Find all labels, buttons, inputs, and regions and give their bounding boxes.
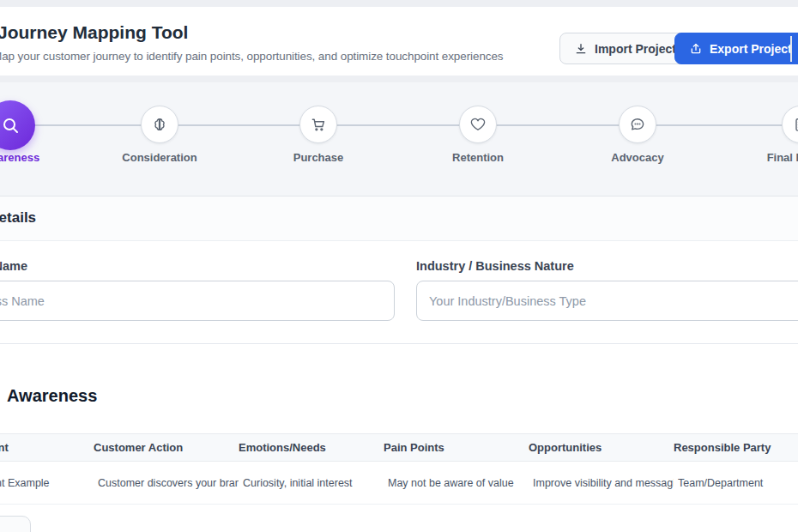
industry-label: Industry / Business Nature	[416, 259, 574, 273]
step-label-retention[interactable]: Retention	[409, 151, 547, 164]
business-name-label: Business Name	[0, 259, 27, 273]
col-header-responsible-party: Responsible Party	[674, 434, 798, 461]
page-title: Journey Mapping Tool	[0, 22, 188, 43]
upload-icon	[689, 42, 703, 56]
business-details-header: Business Details	[0, 196, 798, 241]
business-name-input[interactable]	[0, 281, 395, 321]
search-icon	[0, 115, 21, 136]
export-project-label: Export Project	[710, 42, 792, 56]
chat-icon	[629, 116, 646, 133]
cell-pain-points[interactable]: May not be aware of value	[384, 462, 529, 505]
step-label-purchase[interactable]: Purchase	[250, 151, 387, 164]
step-advocacy[interactable]	[619, 106, 656, 143]
col-header-opportunities: Opportunities	[529, 434, 674, 461]
import-project-button[interactable]: Import Project	[559, 33, 691, 64]
step-awareness[interactable]	[0, 100, 35, 150]
col-header-customer-action: Customer Action	[94, 434, 239, 461]
step-label-consideration[interactable]: Consideration	[91, 151, 228, 164]
cell-emotions-needs[interactable]: Curiosity, initial interest	[239, 462, 384, 505]
download-icon	[574, 42, 588, 56]
step-purchase[interactable]	[299, 106, 337, 143]
stage-heading: Awareness	[7, 386, 97, 406]
cell-customer-action[interactable]: Customer discovers your brand	[94, 462, 239, 505]
table-row: Touchpoint Example Customer discovers yo…	[0, 462, 798, 505]
step-retention[interactable]	[459, 106, 497, 143]
step-label-awareness[interactable]: Awareness	[0, 151, 79, 164]
add-row-button[interactable]	[0, 516, 31, 532]
touchpoint-table-header: Touchpoint Customer Action Emotions/Need…	[0, 433, 798, 462]
col-header-touchpoint: Touchpoint	[0, 434, 94, 461]
cell-opportunities[interactable]: Improve visibility and messaging	[529, 462, 674, 505]
step-label-advocacy[interactable]: Advocacy	[569, 151, 706, 164]
header-divider	[790, 36, 792, 62]
page-subtitle: Map your customer journey to identify pa…	[0, 50, 504, 63]
journey-mapping-app: Journey Mapping Tool Map your customer j…	[0, 0, 798, 532]
col-header-emotions-needs: Emotions/Needs	[239, 434, 384, 461]
clipboard-icon	[792, 116, 798, 133]
col-header-pain-points: Pain Points	[384, 434, 529, 461]
business-details-heading: Business Details	[0, 209, 36, 227]
industry-input[interactable]	[416, 281, 798, 321]
brain-icon	[151, 116, 168, 133]
step-consideration[interactable]	[141, 106, 178, 143]
business-details-card: Business Details Business Name Industry …	[0, 196, 798, 344]
import-project-label: Import Project	[595, 42, 676, 56]
heart-icon	[469, 116, 487, 133]
cart-icon	[310, 116, 327, 133]
cell-responsible-party[interactable]: Team/Department	[674, 462, 798, 505]
cell-touchpoint[interactable]: Touchpoint Example	[0, 462, 94, 505]
header: Journey Mapping Tool Map your customer j…	[0, 7, 798, 76]
step-final-review[interactable]	[782, 106, 798, 143]
step-label-final-review[interactable]: Final Review	[732, 151, 798, 164]
awareness-stage-section: Awareness Touchpoint Customer Action Emo…	[0, 344, 798, 532]
export-project-button[interactable]: Export Project	[674, 33, 798, 64]
journey-stage-stepper: Awareness Consideration Purchase	[0, 82, 798, 196]
stepper-connector-line	[0, 124, 798, 126]
